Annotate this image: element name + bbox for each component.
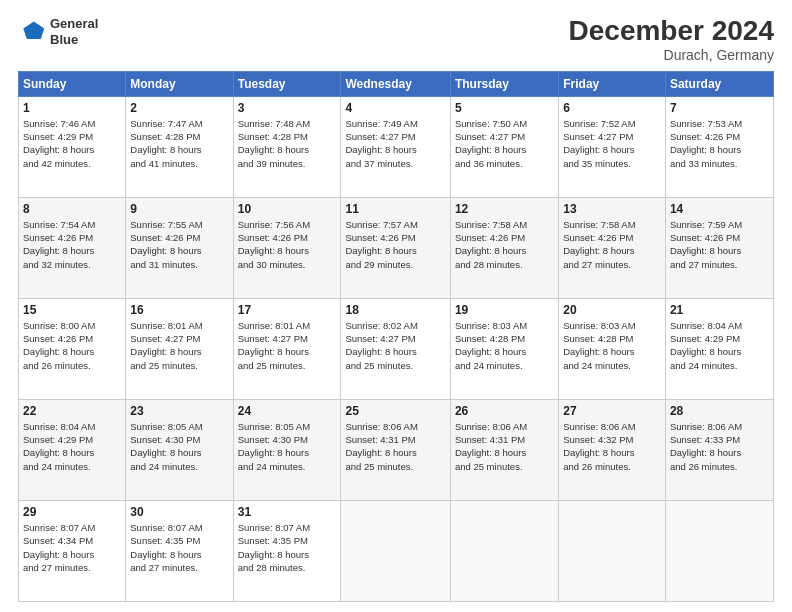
calendar-body: 1Sunrise: 7:46 AM Sunset: 4:29 PM Daylig… xyxy=(19,96,774,601)
day-info: Sunrise: 7:50 AM Sunset: 4:27 PM Dayligh… xyxy=(455,117,554,170)
day-number: 8 xyxy=(23,202,121,216)
day-info: Sunrise: 7:49 AM Sunset: 4:27 PM Dayligh… xyxy=(345,117,445,170)
day-number: 24 xyxy=(238,404,337,418)
day-number: 5 xyxy=(455,101,554,115)
day-number: 9 xyxy=(130,202,228,216)
title-block: December 2024 Durach, Germany xyxy=(569,16,774,63)
day-cell xyxy=(450,500,558,601)
header: General Blue December 2024 Durach, Germa… xyxy=(18,16,774,63)
day-info: Sunrise: 8:07 AM Sunset: 4:35 PM Dayligh… xyxy=(130,521,228,574)
calendar: SundayMondayTuesdayWednesdayThursdayFrid… xyxy=(18,71,774,602)
day-number: 25 xyxy=(345,404,445,418)
header-cell-sunday: Sunday xyxy=(19,71,126,96)
day-cell: 8Sunrise: 7:54 AM Sunset: 4:26 PM Daylig… xyxy=(19,197,126,298)
day-cell: 28Sunrise: 8:06 AM Sunset: 4:33 PM Dayli… xyxy=(665,399,773,500)
day-info: Sunrise: 8:01 AM Sunset: 4:27 PM Dayligh… xyxy=(238,319,337,372)
day-number: 23 xyxy=(130,404,228,418)
day-number: 1 xyxy=(23,101,121,115)
day-number: 13 xyxy=(563,202,661,216)
day-info: Sunrise: 8:05 AM Sunset: 4:30 PM Dayligh… xyxy=(130,420,228,473)
day-cell: 15Sunrise: 8:00 AM Sunset: 4:26 PM Dayli… xyxy=(19,298,126,399)
week-row-1: 1Sunrise: 7:46 AM Sunset: 4:29 PM Daylig… xyxy=(19,96,774,197)
day-info: Sunrise: 8:04 AM Sunset: 4:29 PM Dayligh… xyxy=(23,420,121,473)
day-cell: 3Sunrise: 7:48 AM Sunset: 4:28 PM Daylig… xyxy=(233,96,341,197)
day-info: Sunrise: 8:02 AM Sunset: 4:27 PM Dayligh… xyxy=(345,319,445,372)
day-cell: 26Sunrise: 8:06 AM Sunset: 4:31 PM Dayli… xyxy=(450,399,558,500)
day-cell: 19Sunrise: 8:03 AM Sunset: 4:28 PM Dayli… xyxy=(450,298,558,399)
day-cell: 9Sunrise: 7:55 AM Sunset: 4:26 PM Daylig… xyxy=(126,197,233,298)
day-number: 26 xyxy=(455,404,554,418)
main-title: December 2024 xyxy=(569,16,774,47)
day-info: Sunrise: 8:07 AM Sunset: 4:34 PM Dayligh… xyxy=(23,521,121,574)
logo: General Blue xyxy=(18,16,98,47)
day-cell: 11Sunrise: 7:57 AM Sunset: 4:26 PM Dayli… xyxy=(341,197,450,298)
header-cell-thursday: Thursday xyxy=(450,71,558,96)
day-cell: 24Sunrise: 8:05 AM Sunset: 4:30 PM Dayli… xyxy=(233,399,341,500)
day-cell xyxy=(559,500,666,601)
day-info: Sunrise: 7:58 AM Sunset: 4:26 PM Dayligh… xyxy=(563,218,661,271)
day-cell: 18Sunrise: 8:02 AM Sunset: 4:27 PM Dayli… xyxy=(341,298,450,399)
day-info: Sunrise: 8:01 AM Sunset: 4:27 PM Dayligh… xyxy=(130,319,228,372)
week-row-2: 8Sunrise: 7:54 AM Sunset: 4:26 PM Daylig… xyxy=(19,197,774,298)
day-cell: 10Sunrise: 7:56 AM Sunset: 4:26 PM Dayli… xyxy=(233,197,341,298)
day-cell: 25Sunrise: 8:06 AM Sunset: 4:31 PM Dayli… xyxy=(341,399,450,500)
header-cell-friday: Friday xyxy=(559,71,666,96)
week-row-4: 22Sunrise: 8:04 AM Sunset: 4:29 PM Dayli… xyxy=(19,399,774,500)
day-info: Sunrise: 8:03 AM Sunset: 4:28 PM Dayligh… xyxy=(563,319,661,372)
day-cell: 29Sunrise: 8:07 AM Sunset: 4:34 PM Dayli… xyxy=(19,500,126,601)
day-number: 14 xyxy=(670,202,769,216)
day-info: Sunrise: 7:58 AM Sunset: 4:26 PM Dayligh… xyxy=(455,218,554,271)
calendar-header: SundayMondayTuesdayWednesdayThursdayFrid… xyxy=(19,71,774,96)
day-number: 15 xyxy=(23,303,121,317)
day-info: Sunrise: 8:06 AM Sunset: 4:32 PM Dayligh… xyxy=(563,420,661,473)
day-cell: 12Sunrise: 7:58 AM Sunset: 4:26 PM Dayli… xyxy=(450,197,558,298)
day-number: 10 xyxy=(238,202,337,216)
day-cell xyxy=(341,500,450,601)
day-number: 20 xyxy=(563,303,661,317)
day-cell: 22Sunrise: 8:04 AM Sunset: 4:29 PM Dayli… xyxy=(19,399,126,500)
day-number: 17 xyxy=(238,303,337,317)
day-cell: 6Sunrise: 7:52 AM Sunset: 4:27 PM Daylig… xyxy=(559,96,666,197)
subtitle: Durach, Germany xyxy=(569,47,774,63)
day-number: 2 xyxy=(130,101,228,115)
logo-icon xyxy=(18,18,46,46)
day-info: Sunrise: 7:53 AM Sunset: 4:26 PM Dayligh… xyxy=(670,117,769,170)
day-cell: 16Sunrise: 8:01 AM Sunset: 4:27 PM Dayli… xyxy=(126,298,233,399)
day-cell: 5Sunrise: 7:50 AM Sunset: 4:27 PM Daylig… xyxy=(450,96,558,197)
day-info: Sunrise: 8:03 AM Sunset: 4:28 PM Dayligh… xyxy=(455,319,554,372)
day-info: Sunrise: 8:06 AM Sunset: 4:31 PM Dayligh… xyxy=(345,420,445,473)
logo-line2: Blue xyxy=(50,32,98,48)
day-cell: 1Sunrise: 7:46 AM Sunset: 4:29 PM Daylig… xyxy=(19,96,126,197)
day-info: Sunrise: 7:52 AM Sunset: 4:27 PM Dayligh… xyxy=(563,117,661,170)
header-cell-tuesday: Tuesday xyxy=(233,71,341,96)
svg-marker-0 xyxy=(23,21,44,39)
day-number: 21 xyxy=(670,303,769,317)
day-cell: 14Sunrise: 7:59 AM Sunset: 4:26 PM Dayli… xyxy=(665,197,773,298)
day-number: 7 xyxy=(670,101,769,115)
day-number: 31 xyxy=(238,505,337,519)
day-cell: 17Sunrise: 8:01 AM Sunset: 4:27 PM Dayli… xyxy=(233,298,341,399)
day-number: 4 xyxy=(345,101,445,115)
day-info: Sunrise: 8:07 AM Sunset: 4:35 PM Dayligh… xyxy=(238,521,337,574)
day-number: 27 xyxy=(563,404,661,418)
header-cell-wednesday: Wednesday xyxy=(341,71,450,96)
day-info: Sunrise: 7:57 AM Sunset: 4:26 PM Dayligh… xyxy=(345,218,445,271)
day-info: Sunrise: 7:48 AM Sunset: 4:28 PM Dayligh… xyxy=(238,117,337,170)
day-info: Sunrise: 7:55 AM Sunset: 4:26 PM Dayligh… xyxy=(130,218,228,271)
day-cell: 21Sunrise: 8:04 AM Sunset: 4:29 PM Dayli… xyxy=(665,298,773,399)
day-info: Sunrise: 8:04 AM Sunset: 4:29 PM Dayligh… xyxy=(670,319,769,372)
header-row: SundayMondayTuesdayWednesdayThursdayFrid… xyxy=(19,71,774,96)
day-info: Sunrise: 7:47 AM Sunset: 4:28 PM Dayligh… xyxy=(130,117,228,170)
day-cell: 27Sunrise: 8:06 AM Sunset: 4:32 PM Dayli… xyxy=(559,399,666,500)
day-info: Sunrise: 7:46 AM Sunset: 4:29 PM Dayligh… xyxy=(23,117,121,170)
day-cell: 13Sunrise: 7:58 AM Sunset: 4:26 PM Dayli… xyxy=(559,197,666,298)
day-cell: 20Sunrise: 8:03 AM Sunset: 4:28 PM Dayli… xyxy=(559,298,666,399)
day-cell: 7Sunrise: 7:53 AM Sunset: 4:26 PM Daylig… xyxy=(665,96,773,197)
day-info: Sunrise: 8:06 AM Sunset: 4:31 PM Dayligh… xyxy=(455,420,554,473)
day-info: Sunrise: 7:54 AM Sunset: 4:26 PM Dayligh… xyxy=(23,218,121,271)
day-cell xyxy=(665,500,773,601)
day-number: 29 xyxy=(23,505,121,519)
day-number: 30 xyxy=(130,505,228,519)
day-number: 12 xyxy=(455,202,554,216)
week-row-3: 15Sunrise: 8:00 AM Sunset: 4:26 PM Dayli… xyxy=(19,298,774,399)
